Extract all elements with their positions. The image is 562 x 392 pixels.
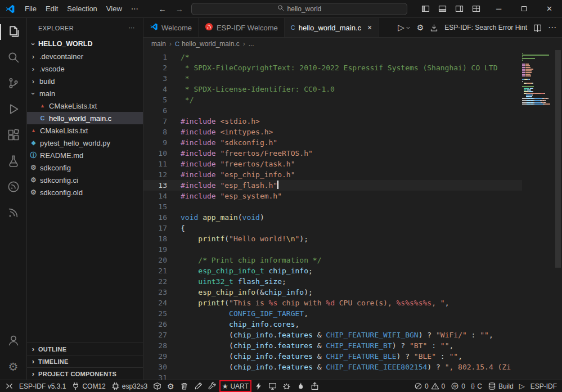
status-flash-storage[interactable] (150, 380, 164, 392)
code-line[interactable]: 30 (chip_info.features & CHIP_FEATURE_IE… (143, 362, 522, 372)
status-device-target[interactable]: esp32s3 (109, 380, 150, 392)
status-menuconfig[interactable]: ⚙ (164, 380, 177, 392)
tree-item-pytest-hello-world-py[interactable]: ◆pytest_hello_world.py (27, 137, 143, 149)
line-number[interactable]: 30 (143, 362, 167, 372)
status-erase-flash[interactable] (191, 380, 205, 392)
more-actions-button[interactable]: ⋯ (548, 22, 556, 33)
line-number[interactable]: 9 (143, 137, 167, 148)
line-number[interactable]: 2 (143, 62, 167, 73)
status-monitor[interactable] (266, 380, 280, 392)
status-custom-task[interactable] (205, 380, 219, 392)
code-area[interactable]: 1/*2 * SPDX-FileCopyrightText: 2010-2022… (143, 50, 562, 380)
line-number[interactable]: 16 (143, 212, 167, 223)
line-number[interactable]: 20 (143, 255, 167, 265)
activity-source-control[interactable] (0, 71, 27, 97)
activity-testing[interactable] (0, 148, 27, 174)
code-line[interactable]: 26 chip_info.cores, (143, 319, 522, 330)
activity-account[interactable] (0, 328, 27, 354)
line-number[interactable]: 7 (143, 116, 167, 127)
code-line[interactable]: 17{ (143, 223, 522, 233)
code-line[interactable]: 12#include "esp_chip_info.h" (143, 169, 522, 180)
code-line[interactable]: 24 printf("This is %s chip with %d CPU c… (143, 298, 522, 308)
vertical-scrollbar[interactable] (554, 50, 562, 380)
code-line[interactable]: 2 * SPDX-FileCopyrightText: 2010-2022 Es… (143, 62, 522, 73)
line-number[interactable]: 5 (143, 94, 167, 105)
code-line[interactable]: 19 (143, 244, 522, 255)
minimize-button[interactable]: ─ (486, 0, 511, 18)
status-debug[interactable] (280, 380, 294, 392)
scrollbar-thumb[interactable] (555, 50, 561, 268)
split-editor-button[interactable] (533, 24, 542, 32)
tree-item-devcontainer[interactable]: ›.devcontainer (27, 50, 143, 62)
status-esp-idf[interactable]: ESP-IDF (528, 380, 560, 392)
code-line[interactable]: 6 (143, 105, 522, 116)
code-line[interactable]: 16void app_main(void) (143, 212, 522, 223)
breadcrumb-item-main[interactable]: main (151, 40, 166, 48)
code-line[interactable]: 5 */ (143, 94, 522, 105)
tree-item-cmakelists-txt[interactable]: ▲CMakeLists.txt (27, 100, 143, 112)
menu-edit[interactable]: Edit (41, 3, 62, 15)
line-number[interactable]: 18 (143, 233, 167, 244)
status-esp-idf-version[interactable]: ESP-IDF v5.3.1 (16, 380, 69, 392)
activity-explorer[interactable] (0, 19, 27, 45)
code-line[interactable]: 4 * SPDX-License-Identifier: CC0-1.0 (143, 84, 522, 94)
code-line[interactable]: 9#include "sdkconfig.h" (143, 137, 522, 148)
close-button[interactable]: ✕ (537, 0, 562, 18)
layout-panel-icon[interactable] (434, 2, 450, 16)
tree-item-main[interactable]: ›main (27, 87, 143, 100)
line-number[interactable]: 19 (143, 244, 167, 255)
code-line[interactable]: 20 /* Print chip information */ (143, 255, 522, 265)
line-number[interactable]: 10 (143, 148, 167, 159)
code-line[interactable]: 14#include "esp_system.h" (143, 191, 522, 201)
tree-item-sdkconfig-ci[interactable]: ⚙sdkconfig.ci (27, 174, 143, 186)
code-editor[interactable]: 1/*2 * SPDX-FileCopyrightText: 2010-2022… (143, 52, 522, 380)
line-number[interactable]: 26 (143, 319, 167, 330)
tree-item-sdkconfig-old[interactable]: ⚙sdkconfig.old (27, 186, 143, 199)
code-line[interactable]: 11#include "freertos/task.h" (143, 159, 522, 169)
line-number[interactable]: 31 (143, 372, 167, 380)
status-serial-port[interactable]: COM12 (69, 380, 108, 392)
command-center-search[interactable]: hello_world (191, 3, 407, 15)
code-line[interactable]: 29 (chip_info.features & CHIP_FEATURE_BL… (143, 351, 522, 362)
status-flash[interactable] (251, 380, 266, 392)
line-number[interactable]: 29 (143, 351, 167, 362)
tree-item-sdkconfig[interactable]: ⚙sdkconfig (27, 161, 143, 174)
activity-espressif-explorer[interactable] (0, 174, 27, 200)
layout-sidebar-right-icon[interactable] (451, 2, 467, 16)
section-outline[interactable]: ›OUTLINE (27, 343, 143, 355)
line-number[interactable]: 15 (143, 201, 167, 212)
code-line[interactable]: 31 (143, 372, 522, 380)
code-line[interactable]: 27 (chip_info.features & CHIP_FEATURE_WI… (143, 330, 522, 340)
code-line[interactable]: 13#include "esp_flash.h" (143, 180, 522, 191)
idf-configure-button[interactable]: ⚙ (417, 23, 424, 32)
line-number[interactable]: 22 (143, 276, 167, 287)
tree-item-cmakelists-txt[interactable]: ▲CMakeLists.txt (27, 124, 143, 137)
line-number[interactable]: 1 (143, 52, 167, 62)
line-number[interactable]: 13 (143, 180, 167, 191)
activity-espressif[interactable] (0, 200, 27, 226)
tree-item-build[interactable]: ›build (27, 75, 143, 87)
maximize-button[interactable] (511, 0, 537, 18)
run-button[interactable]: ▷ (398, 22, 411, 33)
tree-item-hello-world-main-c[interactable]: Chello_world_main.c (27, 112, 143, 124)
line-number[interactable]: 6 (143, 105, 167, 116)
line-number[interactable]: 27 (143, 330, 167, 340)
code-line[interactable]: 8#include <inttypes.h> (143, 127, 522, 137)
status-problems[interactable]: 00 (411, 380, 448, 392)
close-tab-icon[interactable]: × (367, 23, 372, 32)
status-full-clean[interactable] (177, 380, 191, 392)
status-language-mode[interactable]: {}C (468, 380, 485, 392)
status-build-flash-monitor[interactable] (294, 380, 308, 392)
section-project-components[interactable]: ›PROJECT COMPONENTS (27, 367, 143, 380)
code-line[interactable]: 10#include "freertos/FreeRTOS.h" (143, 148, 522, 159)
activity-run-debug[interactable] (0, 97, 27, 123)
activity-extensions[interactable] (0, 123, 27, 148)
sidebar-more-actions-icon[interactable]: ⋯ (129, 24, 135, 31)
esp-idf-hint-label[interactable]: ESP-IDF: Search Error Hint (444, 24, 527, 31)
status-flash-method[interactable]: ★UART (219, 380, 251, 392)
minimap[interactable] (522, 53, 554, 380)
line-number[interactable]: 12 (143, 169, 167, 180)
menu-more[interactable]: ⋯ (127, 3, 143, 15)
tab-welcome[interactable]: Welcome (143, 18, 199, 37)
line-number[interactable]: 3 (143, 73, 167, 84)
